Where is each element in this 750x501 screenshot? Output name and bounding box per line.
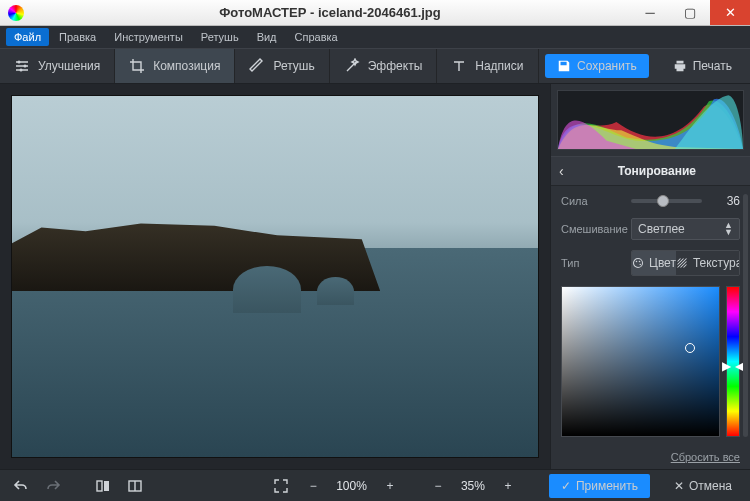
tab-composition[interactable]: Композиция bbox=[115, 49, 235, 83]
histogram bbox=[557, 90, 744, 150]
type-label: Тип bbox=[561, 257, 623, 269]
blend-value: Светлее bbox=[638, 222, 685, 236]
print-label: Печать bbox=[693, 59, 732, 73]
svg-rect-7 bbox=[97, 481, 102, 491]
canvas-area[interactable] bbox=[0, 84, 550, 469]
strength-row: Сила 36 bbox=[561, 194, 740, 208]
crop-icon bbox=[129, 58, 145, 74]
minimize-button[interactable]: ─ bbox=[630, 0, 670, 25]
menu-file[interactable]: Файл bbox=[6, 28, 49, 46]
back-button[interactable]: ‹ bbox=[559, 163, 564, 179]
svg-point-4 bbox=[636, 261, 638, 263]
reset-link[interactable]: Сбросить все bbox=[551, 445, 750, 469]
seg-label: Цвет bbox=[649, 256, 676, 270]
svg-point-0 bbox=[18, 61, 21, 64]
menu-edit[interactable]: Правка bbox=[51, 28, 104, 46]
palette-icon bbox=[632, 257, 644, 269]
menu-tools[interactable]: Инструменты bbox=[106, 28, 191, 46]
tab-label: Эффекты bbox=[368, 59, 423, 73]
fit-screen-button[interactable] bbox=[268, 474, 294, 498]
tab-label: Ретушь bbox=[273, 59, 314, 73]
zoom-in-100-button[interactable]: + bbox=[377, 474, 403, 498]
type-texture-button[interactable]: Текстура bbox=[676, 251, 740, 275]
apply-label: Применить bbox=[576, 479, 638, 493]
undo-button[interactable] bbox=[8, 474, 34, 498]
svg-point-1 bbox=[24, 65, 27, 68]
svg-point-5 bbox=[639, 261, 641, 263]
text-icon bbox=[451, 58, 467, 74]
menu-view[interactable]: Вид bbox=[249, 28, 285, 46]
panel-header: ‹ Тонирование bbox=[551, 156, 750, 186]
sv-field[interactable] bbox=[561, 286, 720, 437]
strength-label: Сила bbox=[561, 195, 623, 207]
svg-rect-8 bbox=[104, 481, 109, 491]
sv-handle[interactable] bbox=[685, 343, 695, 353]
hue-slider[interactable]: ▶ ◀ bbox=[726, 286, 740, 437]
seg-label: Текстура bbox=[693, 256, 740, 270]
tab-label: Композиция bbox=[153, 59, 220, 73]
titlebar: ФотоМАСТЕР - iceland-2046461.jpg ─ ▢ ✕ bbox=[0, 0, 750, 26]
redo-button[interactable] bbox=[40, 474, 66, 498]
chevron-updown-icon: ▲▼ bbox=[724, 222, 733, 236]
menubar: Файл Правка Инструменты Ретушь Вид Справ… bbox=[0, 26, 750, 48]
compare-icon bbox=[95, 478, 111, 494]
strength-value: 36 bbox=[710, 194, 740, 208]
texture-icon bbox=[676, 257, 688, 269]
main-toolbar: Улучшения Композиция Ретушь Эффекты Надп… bbox=[0, 48, 750, 84]
menu-retouch[interactable]: Ретушь bbox=[193, 28, 247, 46]
tab-text[interactable]: Надписи bbox=[437, 49, 538, 83]
before-after-button[interactable] bbox=[122, 474, 148, 498]
tab-effects[interactable]: Эффекты bbox=[330, 49, 438, 83]
color-picker: ▶ ◀ bbox=[561, 286, 740, 437]
redo-icon bbox=[45, 478, 61, 494]
zoom-fit-value: 100% bbox=[330, 479, 373, 493]
right-panel: ‹ Тонирование Сила 36 Смешивание Светлее… bbox=[550, 84, 750, 469]
save-icon bbox=[557, 59, 571, 73]
wand-icon bbox=[344, 58, 360, 74]
check-icon: ✓ bbox=[561, 479, 571, 493]
window-title: ФотоМАСТЕР - iceland-2046461.jpg bbox=[30, 5, 630, 20]
undo-icon bbox=[13, 478, 29, 494]
maximize-button[interactable]: ▢ bbox=[670, 0, 710, 25]
app-logo-icon bbox=[8, 5, 24, 21]
brush-icon bbox=[249, 58, 265, 74]
zoom-value: 35% bbox=[455, 479, 491, 493]
tab-enhance[interactable]: Улучшения bbox=[0, 49, 115, 83]
x-icon: ✕ bbox=[674, 479, 684, 493]
split-icon bbox=[127, 478, 143, 494]
cancel-label: Отмена bbox=[689, 479, 732, 493]
close-button[interactable]: ✕ bbox=[710, 0, 750, 25]
zoom-in-button[interactable]: + bbox=[495, 474, 521, 498]
hue-handle-left: ▶ bbox=[722, 359, 731, 373]
strength-slider[interactable] bbox=[631, 199, 702, 203]
panel-title: Тонирование bbox=[572, 164, 742, 178]
menu-help[interactable]: Справка bbox=[287, 28, 346, 46]
photo-preview bbox=[12, 96, 538, 457]
tab-retouch[interactable]: Ретушь bbox=[235, 49, 329, 83]
zoom-out-button[interactable]: − bbox=[425, 474, 451, 498]
svg-point-2 bbox=[20, 69, 23, 72]
cancel-button[interactable]: ✕ Отмена bbox=[664, 474, 742, 498]
compare-button[interactable] bbox=[90, 474, 116, 498]
svg-point-6 bbox=[640, 264, 642, 266]
blend-select[interactable]: Светлее ▲▼ bbox=[631, 218, 740, 240]
blend-row: Смешивание Светлее ▲▼ bbox=[561, 218, 740, 240]
panel-scrollbar[interactable] bbox=[743, 194, 748, 437]
save-label: Сохранить bbox=[577, 59, 637, 73]
tab-label: Надписи bbox=[475, 59, 523, 73]
type-row: Тип Цвет Текстура bbox=[561, 250, 740, 276]
svg-point-3 bbox=[634, 259, 643, 268]
print-icon bbox=[673, 59, 687, 73]
save-button[interactable]: Сохранить bbox=[545, 54, 649, 78]
blend-label: Смешивание bbox=[561, 223, 623, 235]
print-button[interactable]: Печать bbox=[661, 54, 744, 78]
fit-icon bbox=[273, 478, 289, 494]
apply-button[interactable]: ✓ Применить bbox=[549, 474, 650, 498]
tab-label: Улучшения bbox=[38, 59, 100, 73]
zoom-out-100-button[interactable]: − bbox=[300, 474, 326, 498]
statusbar: − 100% + − 35% + ✓ Применить ✕ Отмена bbox=[0, 469, 750, 501]
type-color-button[interactable]: Цвет bbox=[632, 251, 676, 275]
sliders-icon bbox=[14, 58, 30, 74]
